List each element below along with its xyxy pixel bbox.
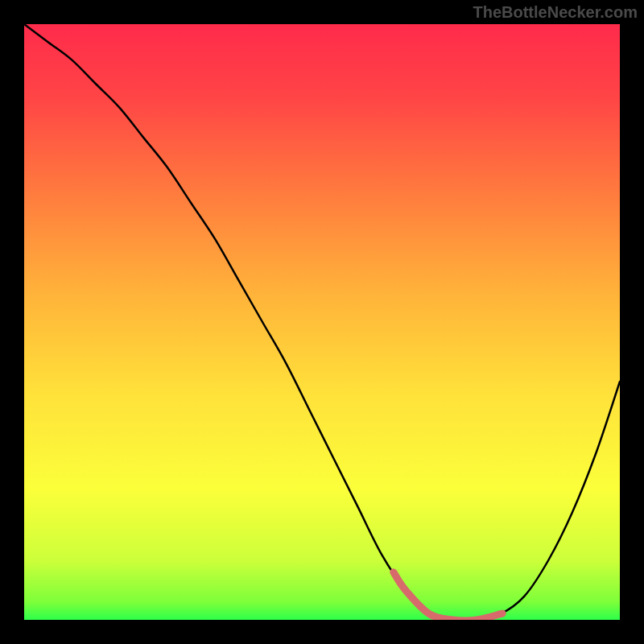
gradient-background [24, 24, 620, 620]
chart-svg [24, 24, 620, 620]
chart-container: TheBottleNecker.com [0, 0, 644, 644]
watermark-text: TheBottleNecker.com [473, 3, 638, 22]
plot-area [24, 24, 620, 620]
